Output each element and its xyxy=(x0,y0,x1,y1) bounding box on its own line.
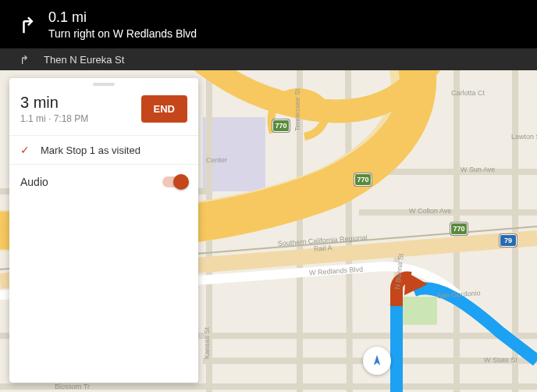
highway-shield: 770 xyxy=(450,223,468,235)
road-label: W Colton Ave xyxy=(409,207,451,215)
nav-next-instruction: Then N Eureka St xyxy=(44,54,124,66)
nav-banner-secondary: Then N Eureka St xyxy=(0,48,537,70)
location-arrow-icon xyxy=(369,353,385,369)
mark-stop-label: Mark Stop 1 as visited xyxy=(41,144,140,156)
audio-toggle[interactable] xyxy=(162,176,187,187)
road-label: Tennessee St xyxy=(293,88,301,131)
trip-drawer: 3 min 1.1 mi · 7:18 PM END ✓ Mark Stop 1… xyxy=(9,78,198,383)
drawer-handle[interactable] xyxy=(93,83,115,86)
mark-stop-visited-button[interactable]: ✓ Mark Stop 1 as visited xyxy=(9,136,198,164)
turn-right-icon xyxy=(14,12,37,36)
eta-duration: 3 min xyxy=(20,94,88,112)
recenter-button[interactable] xyxy=(363,347,391,375)
road-label: Kansas St xyxy=(203,327,211,359)
road-label: Center xyxy=(206,156,227,164)
nav-instruction: Turn right on W Redlands Blvd xyxy=(48,27,197,40)
audio-label: Audio xyxy=(20,176,48,188)
highway-shield: 770 xyxy=(272,119,290,132)
highway-shield: 79 xyxy=(500,234,517,247)
road-label: W State St xyxy=(484,356,517,364)
road-label: Carlotta Ct xyxy=(451,89,485,97)
check-icon: ✓ xyxy=(20,144,30,156)
end-navigation-button[interactable]: END xyxy=(141,95,187,123)
nav-distance: 0.1 mi xyxy=(48,9,197,26)
turn-right-small-icon xyxy=(17,53,30,66)
eta-detail: 1.1 mi · 7:18 PM xyxy=(20,113,88,124)
road-label: W Sun Ave xyxy=(461,166,495,173)
road-label: Lawton St xyxy=(511,133,537,141)
nav-banner-primary: 0.1 mi Turn right on W Redlands Blvd xyxy=(0,0,537,48)
highway-shield: 770 xyxy=(354,173,372,186)
road-label: Blossom Tr xyxy=(55,383,90,390)
